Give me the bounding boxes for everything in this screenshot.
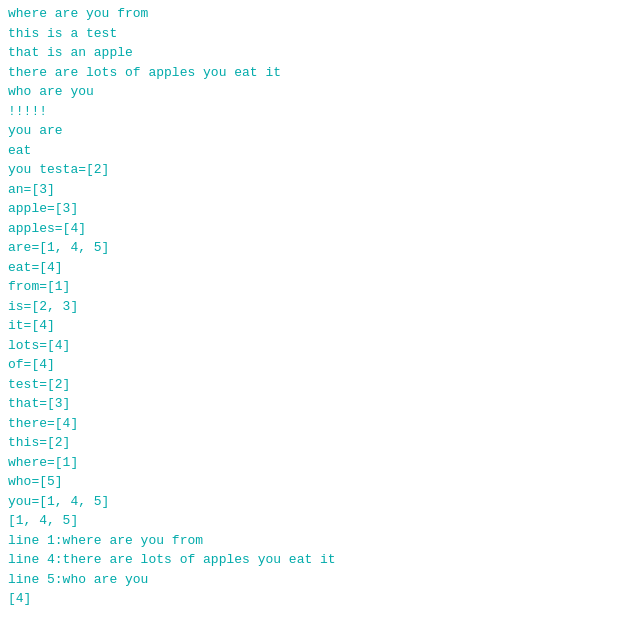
output-line: this=[2]: [8, 433, 622, 453]
output-line: you are: [8, 121, 622, 141]
output-line: are=[1, 4, 5]: [8, 238, 622, 258]
output-line: line 5:who are you: [8, 570, 622, 590]
output-line: there=[4]: [8, 414, 622, 434]
output-line: from=[1]: [8, 277, 622, 297]
output-line: line 4:there are lots of apples you eat …: [8, 550, 622, 570]
output-line: an=[3]: [8, 180, 622, 200]
output-line: test=[2]: [8, 375, 622, 395]
output-line: lots=[4]: [8, 336, 622, 356]
output-line: that=[3]: [8, 394, 622, 414]
output-line: that is an apple: [8, 43, 622, 63]
output-line: who are you: [8, 82, 622, 102]
output-line: is=[2, 3]: [8, 297, 622, 317]
output-line: there are lots of apples you eat it: [8, 63, 622, 83]
output-display: where are you fromthis is a testthat is …: [8, 4, 622, 609]
output-line: where are you from: [8, 4, 622, 24]
output-line: it=[4]: [8, 316, 622, 336]
output-line: you=[1, 4, 5]: [8, 492, 622, 512]
output-line: who=[5]: [8, 472, 622, 492]
output-line: apple=[3]: [8, 199, 622, 219]
output-line: this is a test: [8, 24, 622, 44]
output-line: you testa=[2]: [8, 160, 622, 180]
output-line: eat: [8, 141, 622, 161]
output-line: apples=[4]: [8, 219, 622, 239]
output-line: of=[4]: [8, 355, 622, 375]
output-line: [4]: [8, 589, 622, 609]
output-line: !!!!!: [8, 102, 622, 122]
output-line: line 1:where are you from: [8, 531, 622, 551]
output-line: eat=[4]: [8, 258, 622, 278]
output-line: where=[1]: [8, 453, 622, 473]
output-line: [1, 4, 5]: [8, 511, 622, 531]
